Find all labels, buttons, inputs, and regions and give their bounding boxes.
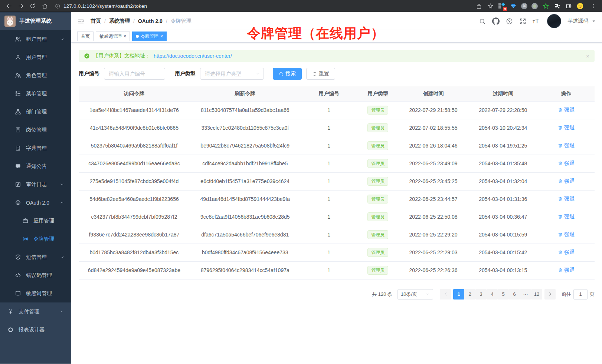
- search-button[interactable]: 搜索: [273, 68, 302, 80]
- sidebar-item-短信管理[interactable]: 短信管理: [0, 248, 71, 266]
- sidebar-collapse-icon[interactable]: [77, 17, 85, 25]
- user-caret-down-icon[interactable]: [592, 19, 596, 23]
- force-logout-button[interactable]: 强退: [558, 267, 575, 274]
- force-logout-button[interactable]: 强退: [558, 107, 575, 113]
- force-logout-button[interactable]: 强退: [558, 178, 575, 185]
- tab-close-icon[interactable]: ×: [124, 34, 126, 39]
- access-token-cell: b0d1785bc3a8482f812db4a3f3bd15ec: [79, 244, 190, 261]
- share-icon[interactable]: [475, 2, 482, 10]
- force-logout-button[interactable]: 强退: [558, 125, 575, 131]
- page-button-4[interactable]: 4: [487, 289, 498, 300]
- expire-time-cell: 2022-07-29 22:28:50: [468, 101, 538, 119]
- sidebar-item-岗位管理[interactable]: 岗位管理: [0, 121, 71, 139]
- page-size-select[interactable]: 10条/页: [397, 289, 433, 300]
- delete-icon: [558, 196, 563, 201]
- tab-close-icon[interactable]: ×: [160, 34, 163, 39]
- tab-首页[interactable]: 首页: [77, 32, 94, 41]
- table-row: 41c41346a548490f9dc8b01c6bfe0865 333ecfc…: [79, 119, 595, 137]
- sidebar-item-应用管理[interactable]: 应用管理: [0, 212, 71, 230]
- sidebar-item-支付管理[interactable]: 支付管理: [0, 302, 71, 321]
- force-logout-button[interactable]: 强退: [558, 160, 575, 167]
- force-logout-button[interactable]: 强退: [558, 231, 575, 238]
- bookmark-star-icon[interactable]: [487, 2, 494, 10]
- site-info-icon[interactable]: [55, 3, 60, 9]
- breadcrumb-item[interactable]: 系统管理: [109, 18, 130, 24]
- sidebar-item-角色管理[interactable]: 角色管理: [0, 66, 71, 85]
- profile-emoji-icon[interactable]: [576, 2, 584, 10]
- force-logout-button[interactable]: 强退: [558, 214, 575, 220]
- page-button-2[interactable]: 2: [464, 289, 475, 300]
- fullscreen-icon[interactable]: [519, 18, 526, 25]
- page-button-6[interactable]: 6: [509, 289, 520, 300]
- force-logout-button[interactable]: 强退: [558, 142, 575, 149]
- sidebar-item-令牌管理[interactable]: 令牌管理: [0, 230, 71, 248]
- user-name[interactable]: 芋道源码: [567, 18, 588, 24]
- reset-button[interactable]: 重置: [306, 68, 335, 80]
- dot-extension-icon[interactable]: [531, 3, 538, 9]
- browser-home-icon[interactable]: [39, 1, 50, 10]
- github-icon[interactable]: [492, 17, 500, 25]
- help-icon[interactable]: [506, 18, 513, 25]
- expire-time-cell: 2054-03-04 00:36:47: [468, 208, 538, 226]
- notice-bubble-icon: [15, 163, 22, 170]
- user-type-select[interactable]: [200, 68, 264, 80]
- sidebar-item-label: 报表设计器: [19, 327, 45, 333]
- sidebar-item-报表设计器[interactable]: 报表设计器: [0, 321, 71, 339]
- browser-forward-icon[interactable]: [16, 1, 26, 10]
- sidebar-item-菜单管理[interactable]: 菜单管理: [0, 85, 71, 103]
- page-button-1[interactable]: 1: [453, 289, 464, 300]
- user-icon: [15, 54, 22, 61]
- breadcrumb-item[interactable]: OAuth 2.0: [138, 18, 163, 24]
- next-page-button[interactable]: [544, 289, 556, 300]
- font-size-icon[interactable]: TT: [533, 18, 541, 25]
- tags-view-bar: 首页 敏感词管理 × 令牌管理 ×: [71, 30, 602, 43]
- page-button-5[interactable]: 5: [498, 289, 509, 300]
- force-logout-button[interactable]: 强退: [558, 196, 575, 202]
- address-bar[interactable]: 127.0.0.1:1024/system/oauth2/token: [55, 3, 470, 9]
- browser-reload-icon[interactable]: [27, 1, 38, 10]
- gem-extension-icon[interactable]: [510, 2, 517, 10]
- page-button-3[interactable]: 3: [475, 289, 487, 300]
- sidebar-item-OAuth 2.0[interactable]: OAuth 2.0: [0, 193, 71, 212]
- sidebar-item-敏感词管理[interactable]: 敏感词管理: [0, 284, 71, 302]
- browser-menu-icon[interactable]: [588, 1, 598, 10]
- sidebar-item-label: 部门管理: [26, 109, 47, 115]
- header-search-icon[interactable]: [479, 18, 486, 25]
- goto-page-input[interactable]: [573, 289, 588, 300]
- sidebar-item-审计日志[interactable]: 审计日志: [0, 175, 71, 193]
- sidebar-item-部门管理[interactable]: 部门管理: [0, 103, 71, 121]
- refresh-token-cell: 333ecfc71e02480cb11055c875c3ca0f: [190, 119, 301, 137]
- tab-敏感词管理[interactable]: 敏感词管理 ×: [96, 32, 130, 41]
- chevron-down-icon: [60, 37, 65, 42]
- page-content: 【用户体系】文档地址： https://doc.iocoder.cn/user-…: [71, 43, 602, 364]
- sidebar-item-用户管理[interactable]: 用户管理: [0, 48, 71, 66]
- app-logo-bar[interactable]: 芋道管理系统: [0, 12, 71, 30]
- user-avatar[interactable]: [547, 14, 561, 28]
- sidepanel-icon[interactable]: [565, 2, 572, 10]
- command-extension-icon[interactable]: ⌘: [521, 3, 527, 9]
- breadcrumb-item[interactable]: 首页: [91, 18, 101, 24]
- more-pages-button[interactable]: ···: [520, 289, 531, 300]
- created-time-cell: 2022-06-25 22:26:36: [399, 261, 468, 279]
- puzzle-extension-icon[interactable]: [553, 2, 561, 10]
- extension-grid-icon[interactable]: 9: [498, 2, 506, 10]
- alert-close-icon[interactable]: ×: [586, 53, 589, 59]
- sidebar-item-租户管理[interactable]: 租户管理: [0, 30, 71, 48]
- sidebar-item-通知公告[interactable]: 通知公告: [0, 157, 71, 175]
- page-button-12[interactable]: 12: [531, 289, 542, 300]
- user-id-input[interactable]: [104, 68, 165, 80]
- user-type-tag: 管理员: [367, 123, 388, 132]
- tab-令牌管理[interactable]: 令牌管理 ×: [132, 32, 167, 41]
- user-id-cell: 1: [301, 101, 357, 119]
- sidebar-item-错误码管理[interactable]: 错误码管理: [0, 266, 71, 284]
- sidebar-item-字典管理[interactable]: 字典管理: [0, 139, 71, 157]
- prev-page-button[interactable]: [440, 289, 451, 300]
- doc-alert: 【用户体系】文档地址： https://doc.iocoder.cn/user-…: [79, 50, 595, 62]
- created-time-cell: 2022-06-25 22:29:20: [399, 226, 468, 244]
- browser-back-icon[interactable]: [4, 1, 14, 10]
- star-extension-icon[interactable]: [542, 2, 549, 10]
- doc-link[interactable]: https://doc.iocoder.cn/user-center/: [154, 53, 232, 59]
- force-logout-button[interactable]: 强退: [558, 249, 575, 256]
- refresh-token-cell: b0df4980ffd34c67a08f9156e4eee733: [190, 244, 301, 261]
- created-time-cell: 2022-06-26 18:04:46: [399, 137, 468, 155]
